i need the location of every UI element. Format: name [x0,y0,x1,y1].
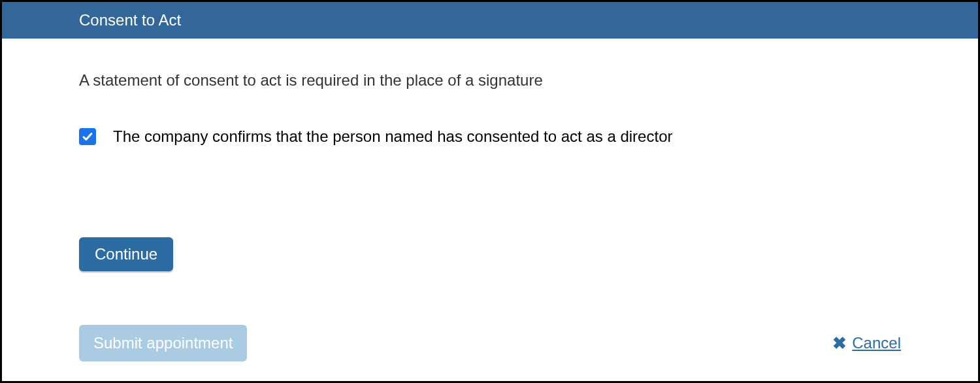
page-title: Consent to Act [79,11,181,29]
consent-checkbox-label: The company confirms that the person nam… [113,127,672,146]
submit-appointment-button[interactable]: Submit appointment [79,325,247,361]
intro-text: A statement of consent to act is require… [79,71,901,90]
checkmark-icon [82,131,93,142]
page-header: Consent to Act [2,2,978,39]
cancel-link-text: Cancel [852,334,901,352]
continue-button[interactable]: Continue [79,237,173,271]
bottom-actions: Submit appointment ✖ Cancel [79,325,901,361]
cancel-link[interactable]: ✖ Cancel [832,333,901,354]
close-icon: ✖ [832,333,847,354]
consent-checkbox[interactable] [79,128,96,145]
content-area: A statement of consent to act is require… [2,39,978,271]
consent-checkbox-row: The company confirms that the person nam… [79,127,901,146]
